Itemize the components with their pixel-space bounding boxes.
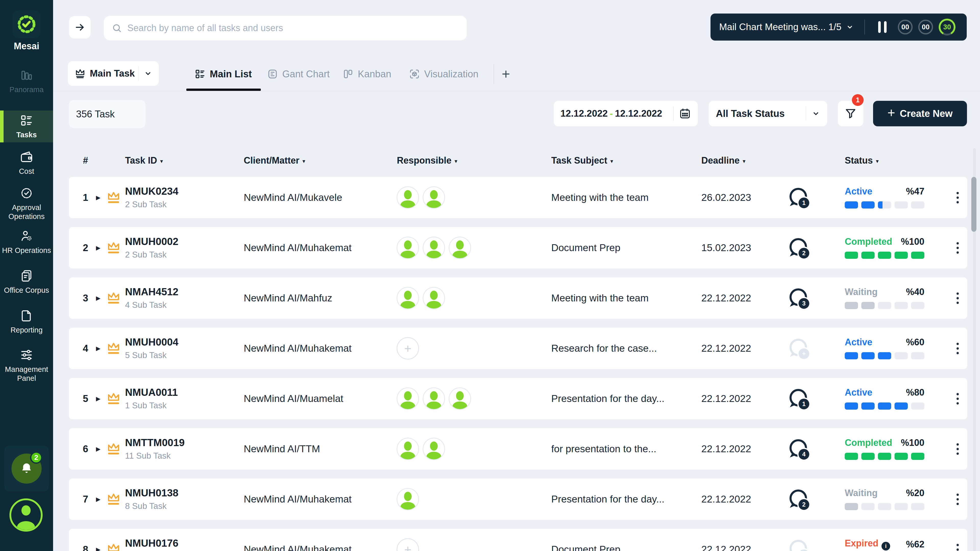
responsible-avatar[interactable] [396,186,419,209]
tab-visualization[interactable]: Visualization [409,67,479,81]
row-menu-button[interactable] [953,328,963,369]
column-header-deadline[interactable]: Deadline▾ [701,152,746,169]
comment-bubble[interactable]: 3 [787,287,809,309]
row-menu-button[interactable] [953,479,963,520]
responsible-avatar[interactable] [449,237,471,259]
calendar-icon[interactable] [679,107,691,120]
comment-bubble[interactable]: 2 [787,236,809,259]
documents-icon [20,269,33,283]
sidebar-item-label: Panorama [1,85,52,94]
responsible-avatar[interactable] [423,287,445,309]
info-icon[interactable]: i [881,542,890,551]
status-label: Waiting [845,488,878,498]
client-matter-cell: NewMind AI/TTM [244,428,320,470]
client-matter-cell: NewMind AI/Muamelat [244,378,343,419]
tab-kanban[interactable]: Kanban [342,67,391,81]
expand-arrow-icon[interactable]: ▶ [96,277,100,319]
task-status-filter[interactable]: All Task Status [709,101,827,126]
chevron-down-icon[interactable] [846,23,854,31]
global-search [104,16,467,40]
row-menu-button[interactable] [953,227,963,269]
task-id[interactable]: NMUH0004 [125,336,178,348]
expand-arrow-icon[interactable]: ▶ [96,378,100,419]
deadline-cell: 22.12.2022 [701,529,751,551]
sidebar-item-hr-operations[interactable]: HR Operations [0,229,53,255]
responsible-avatar[interactable] [396,237,419,259]
expand-arrow-icon[interactable]: ▶ [96,227,100,269]
meeting-timers: 00 00 30 [898,19,956,35]
expand-arrow-icon[interactable]: ▶ [96,177,100,218]
progress-percent: %20 [906,488,924,498]
row-menu-button[interactable] [953,177,963,218]
progress-percent: %100 [901,438,924,448]
chevron-down-icon[interactable] [144,69,152,78]
gant-chart-icon [267,68,278,80]
task-type-selector[interactable]: Main Task [68,61,159,86]
sidebar-item-tasks[interactable]: Tasks [0,110,53,142]
comment-bubble[interactable]: + [787,337,809,359]
expand-arrow-icon[interactable]: ▶ [96,479,100,520]
task-id[interactable]: NMUH0176 [125,537,178,549]
tab-main-list[interactable]: Main List [194,67,252,81]
expand-arrow-icon[interactable]: ▶ [96,328,100,369]
comment-bubble[interactable]: 1 [787,387,809,409]
row-menu-button[interactable] [953,277,963,319]
status-label: Completed [845,236,892,247]
column-header-task-subject[interactable]: Task Subject▾ [551,152,613,169]
responsible-avatar[interactable] [396,387,419,410]
row-menu-button[interactable] [953,529,963,551]
task-id[interactable]: NMAH4512 [125,286,178,298]
responsible-avatar[interactable] [396,438,419,460]
sidebar-item-reporting[interactable]: Reporting [0,309,53,334]
task-id[interactable]: NMUH0138 [125,487,178,499]
crown-icon [75,68,86,79]
responsible-avatar[interactable] [396,488,419,510]
tab-gant-chart[interactable]: Gant Chart [267,67,330,81]
sidebar-item-panorama[interactable]: Panorama [0,68,53,94]
deadline-cell: 15.02.2023 [701,227,751,269]
comment-bubble[interactable]: 4 [787,438,809,460]
progress-bar [845,403,924,409]
comment-bubble[interactable]: + [787,538,809,551]
tabbar-border [53,91,980,91]
responsible-cell [396,277,445,319]
sidebar-item-approval-operations[interactable]: Approval Operations [0,186,53,221]
responsible-avatar[interactable] [423,438,445,460]
column-header-status[interactable]: Status▾ [845,152,879,169]
responsible-avatar[interactable] [396,287,419,309]
column-header-task-id[interactable]: Task ID▾ [125,152,163,169]
add-responsible-button[interactable]: + [396,337,419,360]
responsible-avatar[interactable] [423,186,445,209]
task-id[interactable]: NMTTM0019 [125,437,185,448]
scrollbar-thumb[interactable] [971,177,977,232]
create-new-button[interactable]: + Create New [873,101,967,126]
date-range-picker[interactable]: 12.12.2022 - 12.12.2022 [554,101,698,126]
expand-arrow-icon[interactable]: ▶ [96,428,100,470]
sidebar-item-management-panel[interactable]: Management Panel [0,348,53,383]
task-id[interactable]: NMUK0234 [125,186,178,197]
task-id[interactable]: NMUH0002 [125,236,178,247]
sidebar-item-office-corpus[interactable]: Office Corpus [0,269,53,295]
row-menu-button[interactable] [953,378,963,419]
column-header-client-matter[interactable]: Client/Matter▾ [244,152,305,169]
comment-bubble[interactable]: 2 [787,488,809,510]
search-input[interactable] [127,22,459,34]
comment-bubble[interactable]: 1 [787,186,809,209]
date-separator: - [608,108,615,119]
responsible-avatar[interactable] [449,387,471,410]
user-profile-button[interactable] [10,498,43,532]
status-label: Waiting [845,287,878,297]
sidebar-collapse-button[interactable] [69,16,91,38]
pause-button[interactable] [878,21,886,33]
responsible-avatar[interactable] [423,387,445,410]
responsible-avatar[interactable] [423,237,445,259]
meeting-widget[interactable]: Mail Chart Meeting was... 1/5 00 00 30 [711,14,967,41]
add-responsible-button[interactable]: + [396,538,419,551]
task-id[interactable]: NMUA0011 [125,387,178,398]
sidebar-item-cost[interactable]: Cost [0,150,53,176]
kanban-icon [342,68,354,80]
row-menu-button[interactable] [953,428,963,470]
column-header-responsible[interactable]: Responsible▾ [397,152,457,169]
add-tab-button[interactable]: + [502,66,510,82]
expand-arrow-icon[interactable]: ▶ [96,529,100,551]
